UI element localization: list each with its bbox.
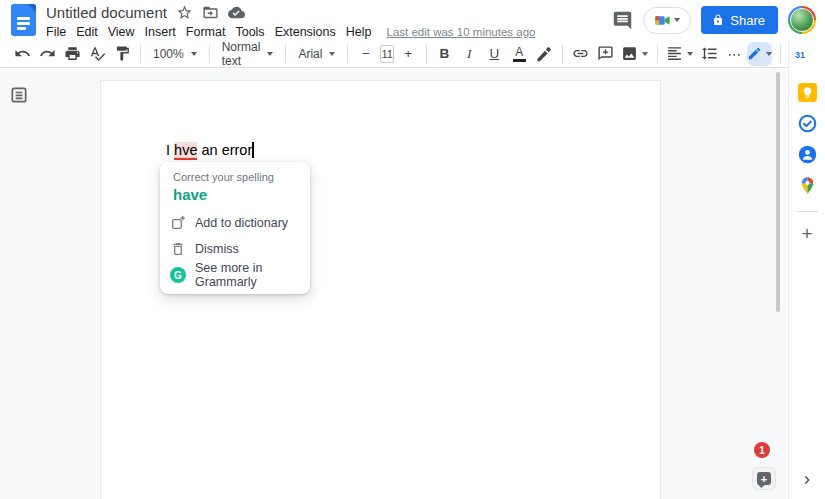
menu-format[interactable]: Format: [181, 25, 231, 39]
vertical-scrollbar[interactable]: [776, 72, 780, 312]
font-value: Arial: [298, 47, 322, 61]
zoom-dropdown[interactable]: 100%: [146, 42, 204, 66]
font-size-input[interactable]: 11: [380, 45, 393, 63]
rail-divider: [797, 211, 818, 212]
menu-file[interactable]: File: [41, 25, 71, 39]
last-edit-link[interactable]: Last edit was 10 minutes ago: [387, 26, 536, 38]
keep-icon[interactable]: [798, 83, 817, 102]
star-icon[interactable]: [176, 4, 193, 21]
print-button[interactable]: [60, 42, 85, 66]
tasks-icon[interactable]: [798, 114, 817, 133]
dismiss-label: Dismiss: [195, 242, 239, 256]
menu-help[interactable]: Help: [341, 25, 377, 39]
grammarly-icon: G: [170, 267, 186, 283]
insert-image-button[interactable]: [618, 42, 652, 66]
header: Untitled document File Edit View Insert …: [0, 0, 825, 40]
chevron-down-icon: [329, 52, 335, 56]
underline-button[interactable]: U: [482, 42, 507, 66]
text-after-error: an error: [197, 142, 252, 158]
menu-insert[interactable]: Insert: [140, 25, 181, 39]
undo-button[interactable]: [10, 42, 35, 66]
chevron-down-icon: [267, 52, 273, 56]
grammarly-badge-count: 1: [754, 442, 770, 458]
grammarly-spell-popup: Correct your spelling have Add to dictio…: [160, 162, 310, 294]
increase-font-size-button[interactable]: +: [396, 42, 421, 66]
meet-button[interactable]: [643, 7, 691, 34]
decrease-font-size-button[interactable]: −: [353, 42, 378, 66]
trash-icon: [170, 241, 186, 257]
maps-icon[interactable]: [798, 176, 817, 195]
grammarly-widget-button[interactable]: +: [752, 467, 776, 490]
comment-history-icon[interactable]: [612, 10, 633, 31]
share-button[interactable]: Share: [701, 6, 778, 34]
grammarly-suggestion-icon: +: [757, 472, 771, 485]
side-panel-rail: 31 +: [788, 40, 825, 499]
misspelled-word[interactable]: hve: [174, 142, 197, 160]
add-to-dictionary-item[interactable]: Add to dictionary: [160, 210, 310, 236]
document-title[interactable]: Untitled document: [46, 4, 167, 21]
paint-format-button[interactable]: [110, 42, 135, 66]
text-color-letter: A: [515, 46, 523, 58]
menu-tools[interactable]: Tools: [230, 25, 269, 39]
document-outline-icon[interactable]: [9, 85, 29, 105]
chevron-down-icon: [687, 52, 693, 56]
chevron-down-icon: [766, 52, 772, 56]
editing-mode-button[interactable]: [747, 42, 772, 66]
toolbar: 100% Normal text Arial − 11 + B I U A ⋯: [0, 40, 788, 68]
spelling-check-button[interactable]: [85, 42, 110, 66]
text-style-dropdown[interactable]: Normal text: [215, 42, 281, 66]
popup-heading: Correct your spelling: [173, 171, 297, 183]
hide-side-panel-button[interactable]: [799, 472, 815, 488]
line-spacing-button[interactable]: [697, 42, 722, 66]
move-to-folder-icon[interactable]: [202, 4, 219, 21]
text-color-button[interactable]: A: [507, 42, 532, 66]
menu-edit[interactable]: Edit: [71, 25, 103, 39]
suggestion-have[interactable]: have: [173, 186, 297, 203]
align-button[interactable]: [663, 42, 697, 66]
add-to-dictionary-label: Add to dictionary: [195, 216, 288, 230]
highlight-color-button[interactable]: [532, 42, 557, 66]
document-text-line[interactable]: I hve an error: [166, 142, 254, 158]
cloud-saved-icon[interactable]: [228, 4, 245, 21]
bold-button[interactable]: B: [432, 42, 457, 66]
add-to-dictionary-icon: [170, 215, 186, 231]
italic-button[interactable]: I: [457, 42, 482, 66]
dismiss-item[interactable]: Dismiss: [160, 236, 310, 262]
redo-button[interactable]: [35, 42, 60, 66]
text-before-error: I: [166, 142, 174, 158]
calendar-icon[interactable]: 31: [798, 52, 817, 71]
share-label: Share: [730, 13, 765, 28]
menu-extensions[interactable]: Extensions: [270, 25, 341, 39]
get-addons-button[interactable]: +: [801, 224, 812, 243]
avatar[interactable]: [788, 6, 816, 34]
menu-bar: File Edit View Insert Format Tools Exten…: [41, 23, 535, 40]
document-area: I hve an error Correct your spelling hav…: [0, 69, 788, 499]
see-more-grammarly-item[interactable]: G See more in Grammarly: [160, 262, 310, 288]
pencil-icon: [747, 46, 762, 61]
contacts-icon[interactable]: [798, 145, 817, 164]
google-meet-icon: [654, 12, 671, 29]
chevron-down-icon: [191, 52, 197, 56]
chevron-down-icon: [674, 18, 680, 22]
text-style-value: Normal text: [222, 40, 261, 68]
zoom-value: 100%: [153, 47, 184, 61]
chevron-down-icon: [642, 52, 648, 56]
lock-icon: [712, 14, 724, 26]
menu-view[interactable]: View: [103, 25, 140, 39]
more-options-button[interactable]: ⋯: [722, 42, 747, 66]
google-docs-icon[interactable]: [11, 4, 36, 36]
font-dropdown[interactable]: Arial: [291, 42, 342, 66]
insert-link-button[interactable]: [568, 42, 593, 66]
text-cursor: [252, 142, 254, 158]
add-comment-button[interactable]: [593, 42, 618, 66]
see-more-label: See more in Grammarly: [195, 261, 300, 289]
